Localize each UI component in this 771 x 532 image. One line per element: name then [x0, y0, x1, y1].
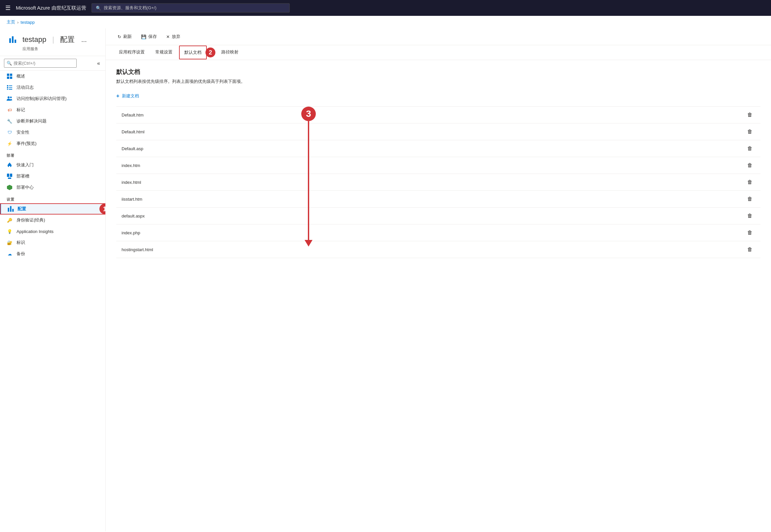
discard-button[interactable]: ✕ 放弃 [162, 32, 184, 42]
deployment-section-label: 部署 [0, 149, 105, 159]
svg-rect-2 [7, 77, 9, 79]
lightning-icon: ⚡ [7, 141, 13, 147]
hamburger-icon[interactable]: ☰ [5, 4, 11, 12]
refresh-icon: ↻ [117, 34, 121, 39]
save-button[interactable]: 💾 保存 [137, 32, 161, 42]
sidebar-item-deployment-slots[interactable]: 部署槽 [0, 171, 105, 182]
plus-icon: + [116, 93, 119, 99]
page-section-title: 配置 [60, 35, 75, 45]
breadcrumb: 主页 › testapp [0, 16, 771, 28]
file-name: index.html [121, 180, 745, 185]
tab-default-docs[interactable]: 默认文档 2 [179, 46, 207, 59]
grid-icon [7, 73, 13, 79]
breadcrumb-current[interactable]: testapp [20, 20, 35, 25]
file-name: index.php [121, 230, 745, 235]
sidebar-activity-log-label: 活动日志 [17, 84, 34, 90]
sidebar-item-identity[interactable]: 🔐 标识 [0, 237, 105, 248]
slots-icon [7, 173, 13, 179]
sidebar-tags-label: 标记 [17, 107, 25, 113]
new-document-button[interactable]: + 新建文档 [116, 91, 139, 101]
sidebar-deployment-center-label: 部署中心 [17, 184, 34, 190]
global-search[interactable]: 🔍 搜索资源、服务和文档(G+/) [91, 3, 290, 13]
sidebar-item-tags[interactable]: 🏷 标记 [0, 104, 105, 116]
delete-button[interactable]: 🗑 [745, 178, 755, 186]
more-options-button[interactable]: ... [81, 36, 87, 44]
cloud-icon: ☁ [7, 251, 13, 257]
delete-button[interactable]: 🗑 [745, 245, 755, 254]
content-tabs: 应用程序设置 常规设置 默认文档 2 路径映射 [106, 45, 771, 60]
save-icon: 💾 [141, 34, 146, 39]
settings-section-label: 设置 [0, 193, 105, 203]
svg-rect-8 [7, 89, 8, 90]
sidebar-item-events[interactable]: ⚡ 事件(预览) [0, 138, 105, 149]
sidebar-item-overview[interactable]: 概述 [0, 71, 105, 82]
delete-button[interactable]: 🗑 [745, 212, 755, 220]
top-nav: ☰ Microsoft Azure 由世纪互联运营 🔍 搜索资源、服务和文档(G… [0, 0, 771, 16]
file-row: index.htm 🗑 [116, 157, 760, 174]
content-toolbar: ↻ 刷新 💾 保存 ✕ 放弃 [106, 28, 771, 45]
delete-button[interactable]: 🗑 [745, 127, 755, 136]
collapse-sidebar-button[interactable]: « [96, 59, 101, 68]
sidebar-item-app-insights[interactable]: 💡 Application Insights [0, 226, 105, 237]
search-icon: 🔍 [96, 6, 101, 11]
svg-rect-3 [10, 77, 12, 79]
svg-rect-14 [8, 178, 11, 179]
sidebar-events-label: 事件(预览) [17, 141, 37, 147]
sidebar-search-container: 🔍 « [0, 56, 105, 71]
resource-type: 应用服务 [22, 46, 99, 52]
file-row: Default.asp 🗑 [116, 140, 760, 157]
page-header: testapp | 配置 ... 应用服务 [0, 28, 105, 56]
sidebar-security-label: 安全性 [17, 129, 29, 135]
bulb-icon: 💡 [7, 228, 13, 234]
file-row: index.html 🗑 [116, 174, 760, 191]
key-icon: 🔑 [7, 217, 13, 223]
sidebar-item-deployment-center[interactable]: 部署中心 [0, 182, 105, 193]
breadcrumb-separator: › [17, 20, 18, 25]
sidebar-item-diagnose[interactable]: 🔧 诊断并解决问题 [0, 116, 105, 127]
file-name: index.htm [121, 163, 745, 168]
sidebar-identity-label: 标识 [17, 240, 25, 246]
file-row: hostingstart.html 🗑 [116, 241, 760, 258]
resource-name: testapp [22, 35, 46, 44]
sidebar-item-activity-log[interactable]: 活动日志 [0, 82, 105, 93]
section-description: 默认文档列表按优先级排序。列表上面项的优先级高于列表下面项。 [116, 79, 760, 84]
file-row: Default.html 🗑 [116, 123, 760, 140]
content-area: ↻ 刷新 💾 保存 ✕ 放弃 应用程序设置 常规设置 默认文档 2 [106, 28, 771, 531]
sidebar-item-backup[interactable]: ☁ 备份 [0, 248, 105, 259]
sidebar-item-access-control[interactable]: 访问控制(标识和访问管理) [0, 93, 105, 104]
sidebar-item-quickstart[interactable]: 快速入门 [0, 159, 105, 171]
shield-icon: 🛡 [7, 129, 13, 135]
person-key-icon: 🔐 [7, 240, 13, 246]
people-icon [7, 96, 13, 102]
sidebar-backup-label: 备份 [17, 251, 25, 257]
delete-button[interactable]: 🗑 [745, 144, 755, 153]
svg-rect-4 [7, 85, 8, 86]
file-name: iisstart.htm [121, 197, 745, 202]
sidebar-quickstart-label: 快速入门 [17, 162, 34, 168]
sidebar-item-security[interactable]: 🛡 安全性 [0, 127, 105, 138]
refresh-button[interactable]: ↻ 刷新 [114, 32, 136, 42]
tab-path-mapping[interactable]: 路径映射 [216, 45, 244, 60]
tab-app-settings[interactable]: 应用程序设置 [114, 45, 150, 60]
delete-button[interactable]: 🗑 [745, 228, 755, 237]
svg-rect-9 [9, 89, 12, 90]
svg-rect-5 [9, 85, 12, 86]
sidebar-item-configuration[interactable]: 配置 [0, 203, 105, 215]
annotation-num-2: 2 [206, 48, 216, 57]
file-row: Default.htm 🗑 [116, 107, 760, 123]
tag-icon: 🏷 [7, 107, 13, 113]
sidebar-search-input[interactable] [4, 59, 77, 68]
content-body: 默认文档 默认文档列表按优先级排序。列表上面项的优先级高于列表下面项。 + 新建… [106, 60, 771, 531]
config-bars-icon [8, 206, 14, 212]
section-title: 默认文档 [116, 68, 760, 76]
list-icon [7, 84, 13, 90]
delete-button[interactable]: 🗑 [745, 195, 755, 203]
breadcrumb-home[interactable]: 主页 [7, 19, 15, 25]
sidebar-item-auth-classic[interactable]: 🔑 身份验证(经典) [0, 215, 105, 226]
discard-icon: ✕ [166, 34, 170, 39]
delete-button[interactable]: 🗑 [745, 111, 755, 119]
svg-rect-7 [9, 87, 12, 88]
tab-general-settings[interactable]: 常规设置 [150, 45, 178, 60]
svg-rect-13 [10, 174, 12, 177]
delete-button[interactable]: 🗑 [745, 161, 755, 170]
